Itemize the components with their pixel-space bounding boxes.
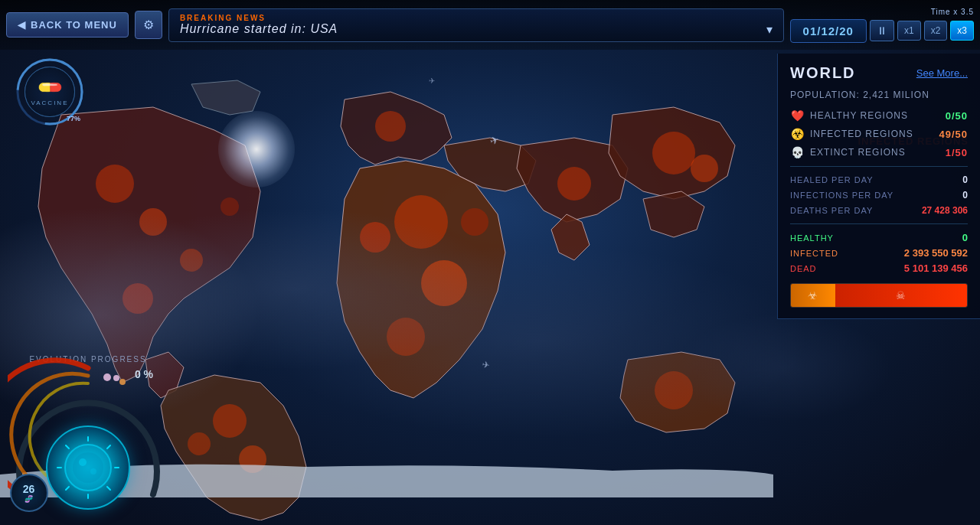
svg-point-2	[180, 249, 203, 272]
svg-point-8	[375, 111, 406, 142]
svg-line-31	[107, 487, 110, 490]
healthy-total-label: Healthy	[790, 233, 834, 243]
healthy-regions-label: Healthy Regions	[810, 110, 939, 121]
svg-point-22	[113, 375, 119, 381]
pathogen-icon	[46, 426, 130, 510]
pathogen-svg	[54, 433, 122, 502]
healthy-regions-row: ❤️ Healthy Regions 0/50	[790, 109, 968, 122]
dead-total-row: Dead 5 101 139 456	[790, 262, 968, 274]
speed-1x-button[interactable]: x1	[897, 21, 921, 41]
settings-button[interactable]: ⚙	[135, 11, 162, 39]
deaths-per-day-label: Deaths per day	[790, 206, 873, 215]
world-title: World	[790, 64, 856, 82]
vaccine-percent: 77%	[67, 115, 80, 122]
infections-per-day-row: Infections per day 0	[790, 190, 968, 201]
infections-per-day-label: Infections per day	[790, 191, 893, 200]
dna-indicator: 26 🧬	[8, 471, 50, 514]
infected-regions-label: Infected Regions	[810, 129, 933, 139]
svg-point-0	[96, 165, 134, 203]
svg-point-3	[122, 283, 153, 314]
news-bar: Breaking News Hurricane started in: USA …	[168, 8, 784, 42]
speed-2x-button[interactable]: x2	[924, 21, 948, 41]
skull-icon: 💀	[790, 146, 804, 158]
svg-point-10	[421, 260, 467, 306]
extinct-regions-row: 💀 Extinct Regions 1/50	[790, 146, 968, 158]
infected-total-row: Infected 2 393 550 592	[790, 247, 968, 259]
svg-point-9	[394, 195, 448, 249]
arrow-left-icon: ◀	[18, 19, 26, 31]
infected-bar-segment: ☣	[791, 284, 835, 307]
gear-icon: ⚙	[143, 18, 154, 31]
speed-3x-button[interactable]: x3	[950, 21, 974, 41]
svg-point-11	[387, 318, 425, 356]
svg-point-17	[655, 371, 693, 409]
svg-point-16	[691, 155, 718, 182]
infected-total-label: Infected	[790, 249, 838, 258]
extinct-regions-label: Extinct Regions	[810, 147, 939, 158]
vaccine-pill-icon: 💊	[35, 73, 64, 102]
news-text: Hurricane started in: USA	[180, 22, 338, 36]
healed-per-day-value: 0	[962, 174, 968, 185]
svg-point-23	[119, 379, 126, 385]
infected-total-value: 2 393 550 592	[904, 247, 968, 259]
divider-1	[790, 166, 968, 167]
healthy-total-value: 0	[962, 232, 968, 243]
population-bar: ☣ ☠	[790, 283, 968, 308]
svg-point-1	[139, 208, 167, 236]
extinct-regions-value: 1/50	[946, 147, 968, 158]
time-controls: Time x 3.5 01/12/20 ⏸ x1 x2 x3	[790, 8, 974, 43]
deaths-per-day-row: Deaths per day 27 428 306	[790, 205, 968, 216]
pause-button[interactable]: ⏸	[870, 20, 894, 41]
healed-per-day-row: Healed per day 0	[790, 174, 968, 185]
bar-biohazard-icon: ☣	[808, 289, 818, 302]
back-label: Back to Menu	[31, 19, 117, 31]
dna-value: 26	[23, 483, 35, 495]
dead-total-label: Dead	[790, 264, 817, 273]
bar-skull-icon: ☠	[896, 289, 906, 302]
top-bar: ◀ Back to Menu ⚙ Breaking News Hurricane…	[0, 0, 980, 50]
vaccine-indicator: 💊 Vaccine 77%	[15, 57, 84, 126]
infected-regions-value: 49/50	[939, 129, 968, 140]
population-display: Population: 2,421 Milion	[790, 90, 968, 100]
svg-point-15	[652, 132, 695, 174]
svg-point-7	[188, 432, 211, 455]
svg-point-34	[79, 458, 87, 466]
svg-point-35	[90, 468, 96, 474]
news-dropdown-button[interactable]: ▾	[766, 22, 773, 37]
svg-point-12	[360, 222, 390, 253]
svg-line-33	[66, 487, 69, 490]
infections-per-day-value: 0	[962, 190, 968, 201]
heart-icon: ❤️	[790, 109, 804, 122]
svg-point-21	[103, 373, 111, 381]
svg-point-4	[220, 197, 239, 216]
svg-line-30	[66, 445, 69, 448]
biohazard-icon: ☣️	[790, 128, 804, 140]
divider-2	[790, 223, 968, 224]
deaths-per-day-value: 27 428 306	[922, 205, 968, 216]
svg-point-5	[213, 404, 247, 438]
see-more-link[interactable]: See More...	[916, 67, 968, 79]
back-to-menu-button[interactable]: ◀ Back to Menu	[6, 12, 129, 38]
dead-bar-segment: ☠	[835, 284, 968, 307]
healthy-regions-value: 0/50	[946, 110, 968, 122]
infected-regions-row: ☣️ Infected Regions 49/50	[790, 128, 968, 140]
dna-icon: 🧬	[24, 495, 33, 503]
healthy-total-row: Healthy 0	[790, 232, 968, 243]
plane-icon: ✈	[429, 77, 435, 85]
date-display: 01/12/20	[790, 19, 867, 43]
svg-point-14	[557, 167, 591, 201]
svg-line-32	[107, 445, 110, 448]
svg-point-25	[73, 452, 103, 483]
side-panel: World See More... Population: 2,421 Mili…	[777, 54, 980, 319]
news-label: Breaking News	[180, 14, 773, 22]
healed-per-day-label: Healed per day	[790, 175, 874, 184]
svg-point-13	[461, 208, 488, 236]
time-speed-label: Time x 3.5	[931, 8, 974, 16]
dead-total-value: 5 101 139 456	[904, 262, 968, 274]
